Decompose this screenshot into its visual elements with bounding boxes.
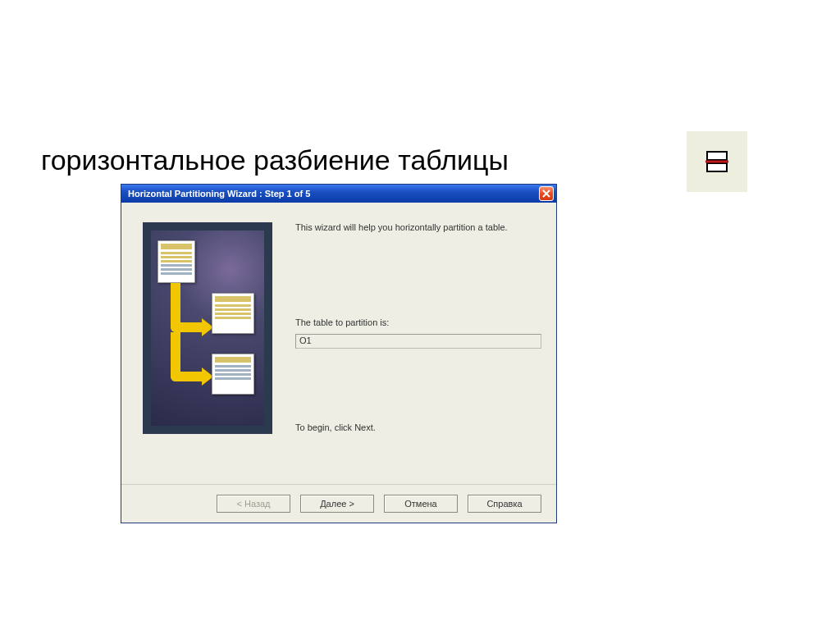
wizard-button-row: < Назад Далее > Отмена Справка — [121, 484, 556, 523]
table-to-partition-label: The table to partition is: — [295, 317, 389, 327]
back-button: < Назад — [217, 495, 290, 513]
page-heading: горизонтальное разбиение таблицы — [41, 144, 509, 176]
close-button[interactable] — [539, 186, 554, 201]
begin-hint-text: To begin, click Next. — [295, 422, 376, 432]
wizard-window: Horizontal Partitioning Wizard : Step 1 … — [121, 184, 557, 523]
svg-rect-0 — [707, 152, 727, 160]
table-to-partition-field: O1 — [295, 334, 541, 349]
wizard-body: This wizard will help you horizontally p… — [121, 203, 556, 523]
horizontal-partition-icon — [687, 131, 747, 192]
wizard-intro-text: This wizard will help you horizontally p… — [295, 222, 541, 232]
svg-rect-1 — [707, 163, 727, 171]
wizard-title: Horizontal Partitioning Wizard : Step 1 … — [128, 189, 310, 199]
wizard-illustration — [143, 222, 272, 434]
cancel-button[interactable]: Отмена — [384, 495, 458, 513]
wizard-titlebar: Horizontal Partitioning Wizard : Step 1 … — [121, 185, 556, 203]
help-button[interactable]: Справка — [468, 495, 541, 513]
next-button[interactable]: Далее > — [300, 495, 374, 513]
close-icon — [542, 189, 550, 198]
